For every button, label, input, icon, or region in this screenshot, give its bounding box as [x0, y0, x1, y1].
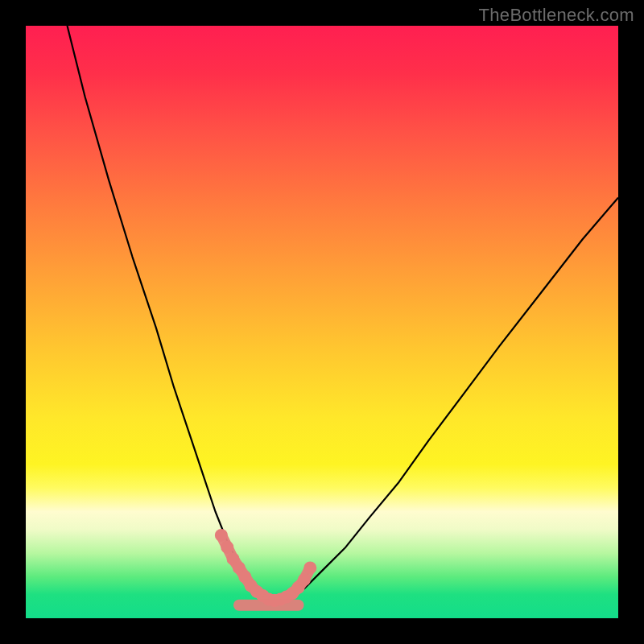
watermark-text: TheBottleneck.com: [479, 5, 634, 26]
chart-svg: [26, 26, 618, 618]
plot-area: [26, 26, 618, 618]
chart-frame: TheBottleneck.com: [0, 0, 644, 644]
series-bottleneck-curve-left: [68, 26, 275, 601]
highlight-dot: [298, 573, 311, 586]
highlight-dot: [221, 541, 233, 554]
series-bottleneck-curve-right: [275, 197, 618, 600]
highlight-dot: [303, 561, 316, 574]
highlight-dot: [215, 529, 228, 542]
